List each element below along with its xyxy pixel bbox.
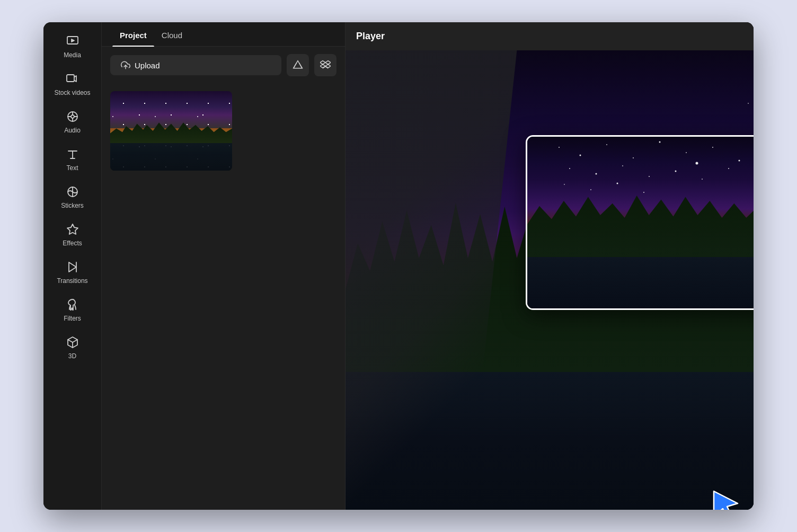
sidebar-item-stickers-label: Stickers <box>61 202 84 209</box>
preview-scene <box>527 137 754 308</box>
tab-cloud[interactable]: Cloud <box>154 22 190 46</box>
audio-icon <box>65 109 80 124</box>
svg-point-54 <box>659 141 661 143</box>
dropbox-button[interactable] <box>314 54 336 76</box>
thumbnail-scene <box>110 91 232 171</box>
tabs-row: Project Cloud <box>102 22 345 47</box>
sidebar-item-3d-label: 3D <box>68 352 76 360</box>
sidebar-item-audio-label: Audio <box>64 127 81 134</box>
sidebar-item-text-label: Text <box>66 164 78 172</box>
svg-point-67 <box>728 168 729 169</box>
filters-icon <box>65 297 80 312</box>
sidebar-item-stock-videos[interactable]: Stock videos <box>49 66 96 102</box>
svg-point-72 <box>617 183 618 184</box>
stickers-icon <box>65 184 80 199</box>
svg-point-50 <box>559 147 560 148</box>
sidebar-item-audio[interactable]: Audio <box>49 104 96 139</box>
thumbnail-water <box>110 143 232 171</box>
svg-point-63 <box>622 165 623 166</box>
google-drive-icon <box>293 60 303 70</box>
player-area: Player <box>346 22 754 510</box>
svg-point-51 <box>580 155 581 156</box>
media-grid <box>102 84 345 510</box>
svg-point-55 <box>686 152 687 153</box>
player-viewport <box>346 50 754 510</box>
content-row: Project Cloud Upload <box>102 22 754 510</box>
stock-videos-icon <box>65 72 80 86</box>
svg-point-57 <box>739 160 740 162</box>
svg-marker-76 <box>714 491 738 510</box>
sidebar-item-filters[interactable]: Filters <box>49 292 96 327</box>
preview-water <box>527 257 754 308</box>
toolbar-row: Upload <box>102 47 345 84</box>
sidebar-item-media-label: Media <box>64 51 81 59</box>
cursor-svg <box>711 489 743 510</box>
text-icon <box>65 147 80 162</box>
tab-project[interactable]: Project <box>112 22 154 46</box>
svg-marker-1 <box>72 39 74 42</box>
sidebar-item-effects[interactable]: Effects <box>49 217 96 252</box>
sidebar-item-text[interactable]: Text <box>49 141 96 177</box>
player-header: Player <box>346 22 754 50</box>
svg-point-56 <box>712 147 713 148</box>
svg-point-61 <box>569 168 570 169</box>
sidebar-item-stock-videos-label: Stock videos <box>54 89 90 96</box>
svg-point-62 <box>596 173 597 175</box>
media-panel: Project Cloud Upload <box>102 22 346 510</box>
upload-icon <box>121 60 130 70</box>
sidebar-item-stickers[interactable]: Stickers <box>49 179 96 215</box>
svg-point-39 <box>748 103 749 104</box>
svg-marker-14 <box>67 224 78 234</box>
media-thumbnail[interactable] <box>110 91 232 171</box>
svg-line-18 <box>68 340 73 342</box>
sidebar-item-effects-label: Effects <box>63 240 82 247</box>
dropbox-icon <box>320 60 331 70</box>
google-drive-button[interactable] <box>287 54 309 76</box>
svg-line-17 <box>73 340 77 342</box>
sidebar: Media Stock videos <box>43 22 102 510</box>
3d-icon <box>65 335 80 350</box>
svg-point-71 <box>590 189 591 190</box>
sidebar-item-filters-label: Filters <box>64 315 81 322</box>
svg-point-52 <box>606 144 607 145</box>
svg-point-74 <box>696 162 698 165</box>
svg-point-66 <box>702 179 703 180</box>
floating-preview <box>526 135 754 310</box>
sidebar-item-transitions-label: Transitions <box>57 277 87 285</box>
sidebar-item-media[interactable]: Media <box>49 29 96 64</box>
media-icon <box>65 34 80 49</box>
app-window: Media Stock videos <box>43 22 754 510</box>
svg-point-64 <box>649 176 650 177</box>
sidebar-item-3d[interactable]: 3D <box>49 330 96 365</box>
main-content: Project Cloud Upload <box>102 22 754 510</box>
player-title: Player <box>356 31 385 41</box>
svg-rect-2 <box>67 75 74 82</box>
upload-button[interactable]: Upload <box>110 55 281 75</box>
transitions-icon <box>65 260 80 274</box>
svg-point-65 <box>675 171 677 172</box>
effects-icon <box>65 222 80 237</box>
svg-point-70 <box>564 184 565 185</box>
svg-point-53 <box>633 157 634 158</box>
sidebar-item-transitions[interactable]: Transitions <box>49 254 96 290</box>
svg-point-73 <box>643 192 644 193</box>
upload-label: Upload <box>135 61 160 70</box>
